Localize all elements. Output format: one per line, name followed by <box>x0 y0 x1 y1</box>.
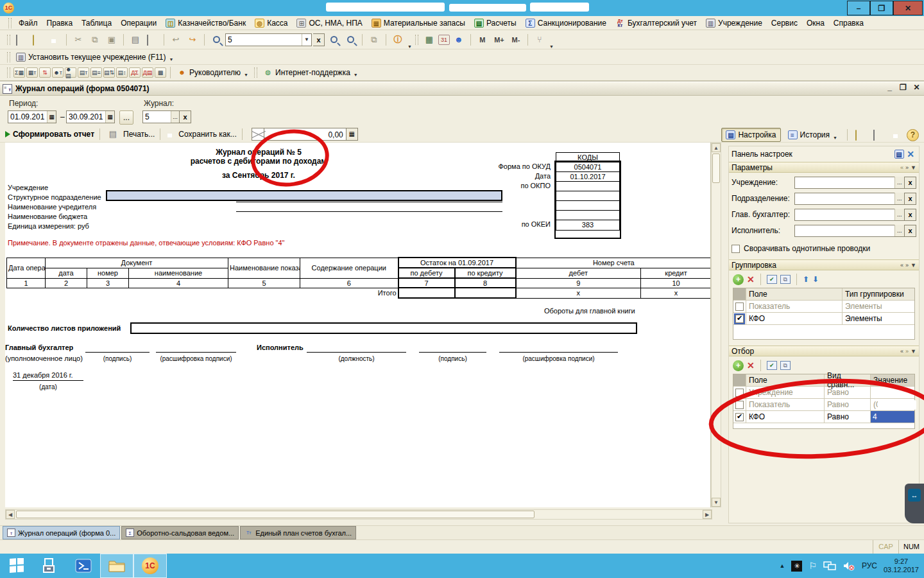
start-button[interactable] <box>0 554 33 578</box>
tab-turnover-sheet[interactable]: Σ Оборотно-сальдовая ведом... <box>121 526 239 539</box>
memory-button[interactable]: M <box>475 33 490 47</box>
network-tray-icon[interactable] <box>823 561 836 571</box>
cut-icon[interactable]: ✂ <box>71 33 86 47</box>
table-t-icon[interactable]: ▦т <box>26 67 38 78</box>
check-all-icon[interactable]: ✔ <box>767 361 777 370</box>
search-input[interactable] <box>226 34 302 46</box>
move-up-icon[interactable]: ⬆ <box>803 275 809 284</box>
tools-icon[interactable]: ⑂ <box>532 33 547 47</box>
file-explorer-button[interactable] <box>100 554 133 578</box>
toolbar-grip[interactable] <box>7 52 10 62</box>
clear-icon[interactable]: x <box>905 193 916 205</box>
menu-table[interactable]: Таблица <box>78 17 116 29</box>
period-to-field[interactable]: ▦ <box>66 110 115 123</box>
save-icon[interactable] <box>47 33 62 47</box>
close-panel-icon[interactable]: ✕ <box>905 149 916 159</box>
grouping-row-kfo[interactable]: КФО Элементы <box>733 313 914 325</box>
mdi-close-button[interactable]: ✕ <box>912 83 921 92</box>
pinwheel-tray-icon[interactable]: ✳ <box>791 561 802 572</box>
menu-windows[interactable]: Окна <box>803 17 828 29</box>
mdi-restore-button[interactable]: ❐ <box>898 83 908 92</box>
copy-pages-icon[interactable]: ⧉ <box>366 33 382 47</box>
subdivision-param-input[interactable]: ... <box>794 193 905 205</box>
unit-value-field[interactable] <box>106 190 502 201</box>
ellipsis-icon[interactable]: ... <box>171 111 179 123</box>
clear-search-button[interactable]: x <box>313 33 325 46</box>
zoom-out-icon[interactable] <box>343 33 358 47</box>
calculator-icon[interactable]: ▦ <box>422 33 437 47</box>
powershell-button[interactable] <box>67 554 100 578</box>
save-as-button[interactable]: Сохранить как... <box>178 130 236 139</box>
menu-treasury[interactable]: ◫Казначейство/Банк <box>162 17 250 29</box>
dk-sheet-icon[interactable]: Д▤ <box>142 67 153 78</box>
menu-accounting[interactable]: ДтКтБухгалтерский учет <box>612 17 701 29</box>
ellipsis-icon[interactable]: ... <box>894 209 904 220</box>
tab-journal[interactable]: т Журнал операций (форма 0... <box>3 526 120 539</box>
chevron-down-icon[interactable]: ▼ <box>911 164 916 171</box>
row-checkbox[interactable] <box>735 315 744 323</box>
chevron-down-icon[interactable]: ▼ <box>407 44 412 49</box>
journal-clear-button[interactable]: x <box>180 110 191 123</box>
chief-accountant-param-input[interactable]: ... <box>794 209 905 221</box>
filter-section-header[interactable]: Отбор « » ▼ <box>729 346 919 356</box>
grouping-row-indicator[interactable]: Показатель Элементы <box>733 301 914 313</box>
grid-icon[interactable]: ▩ <box>155 67 166 78</box>
1c-app-button[interactable]: 1С <box>133 554 167 578</box>
menu-sanctioning[interactable]: ΣСанкционирование <box>522 17 610 29</box>
sheet-arrows-t-icon[interactable]: ▤⇅ <box>103 67 115 78</box>
hidden-icons-button[interactable]: ▲ <box>779 563 785 569</box>
params-section-header[interactable]: Параметры « » ▼ <box>729 162 919 173</box>
period-ellipsis-button[interactable]: ... <box>119 110 133 125</box>
mdi-minimize-button[interactable]: _ <box>885 83 894 92</box>
vertical-scrollbar[interactable]: ▲ ▼ <box>711 143 721 507</box>
add-icon[interactable]: + <box>733 274 744 285</box>
delete-icon[interactable]: ✕ <box>747 360 755 371</box>
toolbar-grip[interactable] <box>254 67 257 78</box>
row-checkbox[interactable] <box>735 302 744 311</box>
menu-operations[interactable]: Операции <box>117 17 160 29</box>
print-icon[interactable]: ▤ <box>128 33 143 47</box>
toolbar-grip[interactable] <box>415 35 418 45</box>
set-current-institution-button[interactable]: ▥ Установить текущее учреждение (F11) ▼ <box>13 52 176 62</box>
menu-materials[interactable]: ▦Материальные запасы <box>368 17 469 29</box>
uncheck-all-icon[interactable]: ⧉ <box>780 275 791 284</box>
back-icon[interactable]: ↩ <box>168 33 184 47</box>
calendar-icon[interactable]: 31 <box>438 35 450 45</box>
paste-icon[interactable]: ▣ <box>104 33 119 47</box>
clock[interactable]: 9:27 03.12.2017 <box>884 557 919 574</box>
ellipsis-icon[interactable]: ... <box>894 177 904 188</box>
restore-button[interactable]: ❐ <box>870 1 893 15</box>
chevron-down-icon[interactable]: ▼ <box>354 73 358 77</box>
chevron-right-icon[interactable]: » <box>905 262 909 268</box>
teamviewer-panel-handle[interactable]: ↔ <box>905 484 924 523</box>
check-all-icon[interactable]: ✔ <box>767 275 777 284</box>
ellipsis-icon[interactable]: ... <box>894 225 904 236</box>
menu-file[interactable]: Файл <box>15 17 42 29</box>
person-t-icon[interactable]: ☻т <box>52 67 64 78</box>
new-document-icon[interactable] <box>13 33 29 47</box>
filter-row-kfo[interactable]: КФО Равно 4 <box>733 411 914 423</box>
person-sheet-icon[interactable]: ☻▤ <box>65 67 76 78</box>
horizontal-scroll-thumb[interactable] <box>16 511 535 518</box>
sheet-t-icon[interactable]: ▤т <box>78 67 89 78</box>
row-checkbox[interactable] <box>735 413 744 421</box>
toolbar-grip[interactable] <box>8 18 12 28</box>
institution-param-input[interactable]: ... <box>794 177 905 189</box>
menu-cash[interactable]: ◎Касса <box>251 17 291 29</box>
chevron-down-icon[interactable]: ▼ <box>244 73 248 77</box>
uncheck-all-icon[interactable]: ⧉ <box>780 361 791 370</box>
period-to-input[interactable] <box>67 112 105 121</box>
server-manager-button[interactable] <box>33 554 67 578</box>
language-indicator[interactable]: РУС <box>862 561 877 570</box>
toolbar-grip[interactable] <box>7 67 10 78</box>
sigma-table-icon[interactable]: Σ▦ <box>13 67 25 78</box>
horizontal-scrollbar[interactable]: ◀ ▶ <box>5 509 712 520</box>
chevron-left-icon[interactable]: « <box>900 348 903 355</box>
sheet-lines-icon[interactable]: ▤≡ <box>90 67 102 78</box>
memory-minus-button[interactable]: M- <box>508 33 524 47</box>
load-settings-icon[interactable] <box>871 128 886 142</box>
period-from-input[interactable] <box>8 112 47 121</box>
history-button[interactable]: ≡ История ▼ <box>783 128 842 142</box>
chevron-down-icon[interactable]: ▼ <box>302 34 311 46</box>
calendar-icon[interactable]: ▦ <box>47 111 56 123</box>
